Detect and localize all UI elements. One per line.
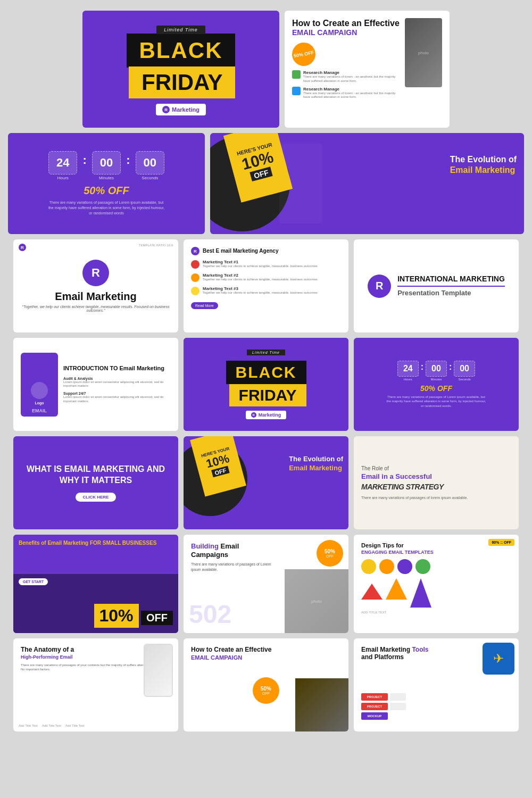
countdown-body: There are many variations of passages of… (48, 200, 165, 215)
project1-label: PROJECT (367, 695, 382, 699)
design-chart (361, 578, 511, 608)
slide-role-email: The Role of Email in a Successful MARKET… (354, 436, 519, 529)
marketing-logo: R Marketing (156, 104, 206, 115)
benefits-off: OFF (141, 611, 173, 625)
slide-benefits: Benefits of Email Marketing FOR SMALL BU… (13, 535, 178, 633)
colon1: : (82, 151, 86, 167)
agency-title: Best E mail Marketing Agency (203, 248, 278, 254)
row-1: Limited Time BLACK FRIDAY R Marketing Ho… (11, 11, 521, 128)
click-here-button[interactable]: CLICK HERE (76, 493, 117, 502)
benefits-percent: 10% (94, 604, 139, 628)
tools-title-email: Email Marketing (361, 646, 412, 653)
intro-title: INTRODUCTION TO Email Marketing (63, 365, 171, 372)
slide-what-is-email: WHAT IS EMAIL MARKETING AND WHY IT MATTE… (13, 436, 178, 529)
evo-mid-title: The Evolution of (289, 455, 343, 464)
read-more-button[interactable]: Read More (191, 302, 218, 309)
bf-mid-marketing-label: Marketing (259, 412, 281, 418)
intl-text: INTERNATIONAL MARKETING Presentation Tem… (397, 275, 505, 296)
intl-logo: R (368, 275, 391, 298)
slide-countdown-large: 24 Hours : 00 Minutes : 00 Seconds 50% O… (8, 133, 205, 234)
mid-discount: 50% OFF (420, 384, 452, 393)
bf-mid-marketing-logo: R Marketing (246, 411, 287, 419)
role-title: Email in a Successful (361, 472, 511, 480)
design-subtitle: ENGAGING EMAIL TEMPLATES (361, 550, 511, 555)
slide-countdown-mid: 24 Hours : 00 Minutes : 00 Seconds 50% O… (354, 338, 519, 431)
benefits-title: Benefits of Email Marketing FOR SMALL BU… (19, 540, 156, 546)
intro-right-content: INTRODUCTION TO Email Marketing Audit & … (63, 365, 171, 403)
logo-top-left: R (19, 244, 26, 251)
mkt-icon-1 (191, 260, 200, 269)
building-badge-off: OFF (326, 554, 334, 558)
email-marketing-title: Email Marketing (55, 290, 136, 303)
slide-intro-email: Logo EMAIL INTRODUCTION TO Email Marketi… (13, 338, 178, 431)
benefits-text: Benefits of Email Marketing FOR SMALL BU… (19, 540, 156, 585)
add-title-1: ADD TITLE TEXT (361, 611, 511, 614)
countdown-mid-boxes: 24 Hours : 00 Minutes : 00 Seconds (397, 361, 475, 381)
logo-icon: R (162, 106, 170, 113)
mid-seconds-box: 00 (454, 361, 475, 377)
evo-mid-subtitle: Email Marketing (289, 464, 343, 472)
seconds-label: Seconds (136, 176, 164, 180)
small-logo-icon: R (19, 244, 26, 251)
intl-title: INTERNATIONAL MARKETING (397, 275, 505, 286)
limited-time-banner: Limited Time (156, 26, 205, 34)
item1-title: Research Manage (303, 70, 401, 75)
arrow3 (410, 578, 431, 608)
item1-icon (292, 70, 301, 79)
project-1: PROJECT (361, 693, 511, 701)
email-campaign-title: How to Create an Effective (292, 18, 401, 28)
hours-label: Hours (48, 176, 77, 180)
anatomy-label3: Add Title Text (65, 724, 85, 727)
row-4: Logo EMAIL INTRODUCTION TO Email Marketi… (11, 338, 521, 431)
slide-anatomy: The Anatomy of a High-Performing Email T… (13, 638, 178, 732)
evo-text-box: The Evolution of Email Marketing (450, 154, 517, 175)
friday-text: FRIDAY (129, 66, 235, 98)
intro-s1-desc: Lorem ipsum dolor sit amet consectetur a… (63, 380, 171, 389)
item2-icon (292, 87, 301, 95)
building-badge-text: 50% (325, 548, 335, 554)
slide-intl-marketing: R INTERNATIONAL MARKETING Presentation T… (354, 239, 519, 332)
htc-title: How to Create an Effective (191, 646, 341, 653)
mkt-desc-3: Together we help our clients to achieve … (203, 291, 318, 295)
countdown-boxes: 24 Hours : 00 Minutes : 00 Seconds (48, 151, 164, 180)
slide-evolution-large: HERE'S YOUR 10% OFF The Evolution of Ema… (210, 133, 524, 234)
building-title-campaigns: Campaigns (191, 551, 228, 559)
bf-mid-logo-icon: R (251, 412, 256, 418)
mockup-bar: MOCKUP (361, 712, 388, 720)
mockup-label: MOCKUP (368, 714, 382, 718)
bf-mid-limited: Limited Time (247, 350, 285, 355)
row-6: Benefits of Email Marketing FOR SMALL BU… (11, 535, 521, 633)
project1-bar2 (390, 693, 406, 701)
project2-bar2 (390, 703, 406, 710)
benefits-discount: 10% OFF (94, 604, 173, 628)
design-badge: 60% :: OFF (488, 539, 514, 546)
intro-left-block: Logo EMAIL (21, 353, 58, 417)
intro-s2-desc: Lorem ipsum dolor sit amet consectetur a… (63, 395, 171, 404)
mkt-item-1: Marketing Text #1 Together we help our c… (191, 260, 341, 269)
seconds-box: 00 (136, 151, 164, 174)
pig4 (415, 559, 430, 574)
mid-hours-label: Hours (397, 378, 419, 381)
campaign-photo: photo (405, 18, 442, 87)
slide-best-email-agency: R Best E mail Marketing Agency Marketing… (184, 239, 348, 332)
slide-email-campaign-top: How to Create an Effective EMAIL CAMPAIG… (285, 11, 450, 128)
get-start-button[interactable]: GET START (19, 578, 48, 585)
slide-building-campaigns: Building Email Campaigns 50% OFF There a… (184, 535, 348, 633)
badge-text: 50% OFF (293, 50, 314, 59)
htc-badge-off: OFF (262, 692, 270, 695)
mid-seconds-label: Seconds (454, 378, 475, 381)
anatomy-label1: Add Title Text (19, 724, 38, 727)
building-badge: 50% OFF (317, 540, 343, 567)
row-7: The Anatomy of a High-Performing Email T… (11, 638, 521, 732)
mid-colon2: : (449, 361, 452, 372)
presentation-grid: Limited Time BLACK FRIDAY R Marketing Ho… (11, 11, 521, 732)
intro-section1: Audit & Analysis Lorem ipsum dolor sit a… (63, 377, 171, 389)
research-item-2: Research Manage There are many variation… (292, 87, 401, 100)
building-body: There are many variations of passages of… (191, 562, 276, 572)
row-3: R TEMPLATE RATIO 16:9 R Email Marketing … (11, 239, 521, 332)
role-subtitle: MARKETING STRATEGY (361, 483, 511, 491)
mid-minutes-box: 00 (426, 361, 447, 377)
mkt-desc-2: Together we help our clients to achieve … (203, 278, 318, 282)
item2-desc: There are many variations of lorem - an … (303, 92, 401, 100)
slide-design-tips: Design Tips for ENGAGING EMAIL TEMPLATES… (354, 535, 519, 633)
